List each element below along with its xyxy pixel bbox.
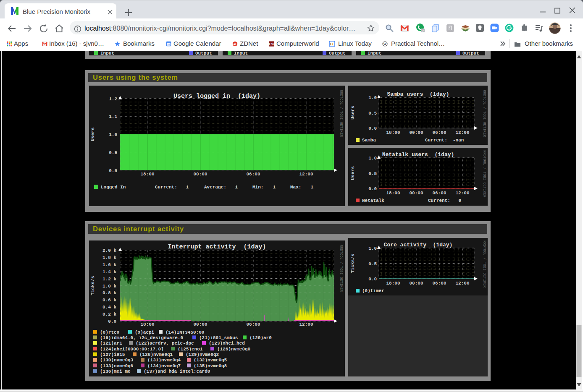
svg-text:18:00: 18:00 (386, 130, 400, 135)
svg-text:(8)rtc0: (8)rtc0 (100, 330, 119, 335)
svg-text:0.4 k: 0.4 k (102, 305, 116, 310)
svg-text:(133)nvme0q6: (133)nvme0q6 (100, 363, 133, 368)
svg-text:(126)nvme0q0: (126)nvme0q0 (217, 347, 250, 352)
svg-text:0.9: 0.9 (109, 150, 117, 155)
svg-text:(131)nvme0q4: (131)nvme0q4 (147, 358, 181, 363)
svg-text:1.0: 1.0 (368, 95, 377, 100)
svg-text:(128)nvme0q1: (128)nvme0q1 (139, 352, 173, 357)
svg-text:0.5: 0.5 (368, 111, 377, 116)
svg-text:(127)i915: (127)i915 (100, 352, 125, 357)
svg-text:1.0: 1.0 (368, 246, 377, 251)
svg-text:(137)snd_hda_intel:card0: (137)snd_hda_intel:card0 (144, 369, 210, 374)
svg-text:0.0: 0.0 (368, 186, 377, 191)
svg-text:Output: Output (462, 51, 479, 56)
svg-text:(136)mei_me: (136)mei_me (100, 369, 131, 374)
svg-text:Max:: Max: (290, 185, 301, 190)
svg-text:Average:: Average: (204, 185, 226, 190)
svg-text:t: t (332, 42, 334, 46)
svg-text:(130)nvme0q3: (130)nvme0q3 (100, 358, 134, 363)
svg-text:Output: Output (195, 51, 212, 56)
svg-text:(9)acpi: (9)acpi (135, 330, 155, 335)
svg-text:Ticks/s: Ticks/s (90, 276, 95, 295)
svg-text:1.0: 1.0 (368, 156, 377, 161)
svg-text:1.2 k: 1.2 k (102, 277, 116, 282)
svg-text:Logged In: Logged In (101, 185, 126, 190)
svg-text:(124)ahci[0000:00:17.0]: (124)ahci[0000:00:17.0] (100, 347, 164, 352)
svg-text:Input: Input (234, 51, 248, 56)
svg-text:06:00: 06:00 (432, 281, 446, 286)
svg-text:(134)nvme0q7: (134)nvme0q7 (147, 363, 181, 368)
svg-text:RRDTOOL / TOBI OETIKER: RRDTOOL / TOBI OETIKER (482, 90, 486, 137)
svg-text:00:00: 00:00 (409, 130, 423, 135)
svg-text:1.4 k: 1.4 k (102, 269, 116, 274)
svg-text:W: W (383, 42, 387, 46)
svg-text:Users: Users (350, 166, 355, 180)
svg-text:0.0: 0.0 (108, 319, 116, 324)
svg-text:Users: Users (350, 106, 355, 120)
svg-text:Netatalk: Netatalk (362, 198, 384, 203)
svg-text:12:00: 12:00 (299, 172, 313, 177)
svg-text:12:00: 12:00 (455, 130, 469, 135)
svg-text:1.8 k: 1.8 k (102, 255, 116, 260)
svg-text:Samba: Samba (362, 138, 376, 143)
svg-text:Netatalk users (1day): Netatalk users (1day) (382, 152, 454, 158)
svg-text:RRDTOOL / TOBI OETIKER: RRDTOOL / TOBI OETIKER (482, 240, 486, 287)
svg-text:RRDTOOL / TOBI OETIKER: RRDTOOL / TOBI OETIKER (482, 150, 486, 197)
svg-text:Samba users (1day): Samba users (1day) (387, 91, 449, 97)
svg-text:0.0: 0.0 (368, 126, 377, 131)
svg-text:(135)nvme0q8: (135)nvme0q8 (194, 363, 227, 368)
svg-text:RRDTOOL / TOBI OETIKER: RRDTOOL / TOBI OETIKER (339, 90, 343, 137)
svg-text:(16)idma64.0, i2c_designware.0: (16)idma64.0, i2c_designware.0 (100, 335, 183, 340)
svg-text:00:00: 00:00 (409, 281, 423, 286)
svg-text:RRDTOOL / TOBI OETIKER: RRDTOOL / TOBI OETIKER (339, 245, 343, 292)
svg-text:06:00: 06:00 (432, 191, 446, 196)
svg-text:06:00: 06:00 (432, 130, 446, 135)
svg-text:1: 1 (186, 185, 189, 190)
svg-text:12:00: 12:00 (455, 281, 469, 286)
svg-text:Ticks/s: Ticks/s (350, 253, 355, 273)
svg-text:06:00: 06:00 (246, 322, 260, 327)
svg-text:(125)eno1: (125)eno1 (178, 347, 203, 352)
svg-text:1: 1 (310, 185, 313, 190)
svg-text:(0)timer: (0)timer (362, 288, 384, 293)
svg-text:00:00: 00:00 (409, 191, 423, 196)
svg-text:0.5: 0.5 (368, 171, 377, 176)
svg-text:1.1: 1.1 (109, 114, 117, 119)
svg-text:0.6 k: 0.6 k (102, 298, 116, 303)
svg-text:Devices interrupt activity: Devices interrupt activity (93, 225, 184, 233)
svg-text:Users logged in (1day): Users logged in (1day) (173, 93, 260, 100)
svg-text:1.6 k: 1.6 k (102, 262, 116, 267)
svg-text:(129)nvme0q2: (129)nvme0q2 (186, 352, 219, 357)
svg-text:CW: CW (269, 43, 274, 46)
svg-text:(122)aerdrv, pcie-dpc: (122)aerdrv, pcie-dpc (136, 341, 194, 346)
svg-text:0.8 k: 0.8 k (102, 290, 116, 295)
svg-text:Users: Users (90, 127, 95, 141)
svg-text:00:00: 00:00 (193, 322, 207, 327)
svg-text:(121)ar1: (121)ar1 (100, 341, 122, 346)
svg-text:Input: Input (368, 51, 381, 56)
svg-text:Interrupt activity (1day): Interrupt activity (1day) (168, 243, 266, 251)
svg-text:1.0: 1.0 (109, 132, 117, 137)
svg-text:(132)nvme0q5: (132)nvme0q5 (194, 358, 227, 363)
svg-text:18:00: 18:00 (386, 281, 400, 286)
svg-text:(21)i801_smbus: (21)i801_smbus (199, 335, 238, 340)
svg-text:Min:: Min: (252, 185, 263, 190)
svg-text:Output: Output (329, 51, 346, 56)
svg-text:(123)xhci_hcd: (123)xhci_hcd (209, 341, 245, 346)
svg-text:(14)INT3450:00: (14)INT3450:00 (165, 330, 204, 335)
svg-text:2.0 k: 2.0 k (102, 248, 116, 253)
svg-text:(120)ar0: (120)ar0 (249, 335, 272, 340)
svg-text:12:00: 12:00 (455, 191, 469, 196)
svg-text:0.0: 0.0 (368, 277, 377, 282)
svg-text:0.8: 0.8 (109, 168, 117, 173)
svg-text:Core activity (1day): Core activity (1day) (384, 242, 453, 248)
svg-text:1.2: 1.2 (109, 97, 117, 102)
svg-text:18:00: 18:00 (140, 172, 154, 177)
svg-text:Current: -nan: Current: -nan (425, 138, 464, 143)
svg-text:28: 28 (167, 43, 170, 46)
svg-text:1.0 k: 1.0 k (102, 284, 116, 289)
svg-text:18:00: 18:00 (140, 322, 154, 327)
svg-text:Users using the system: Users using the system (93, 73, 178, 81)
svg-text:?: ? (422, 29, 424, 33)
svg-text:12:00: 12:00 (299, 322, 313, 327)
